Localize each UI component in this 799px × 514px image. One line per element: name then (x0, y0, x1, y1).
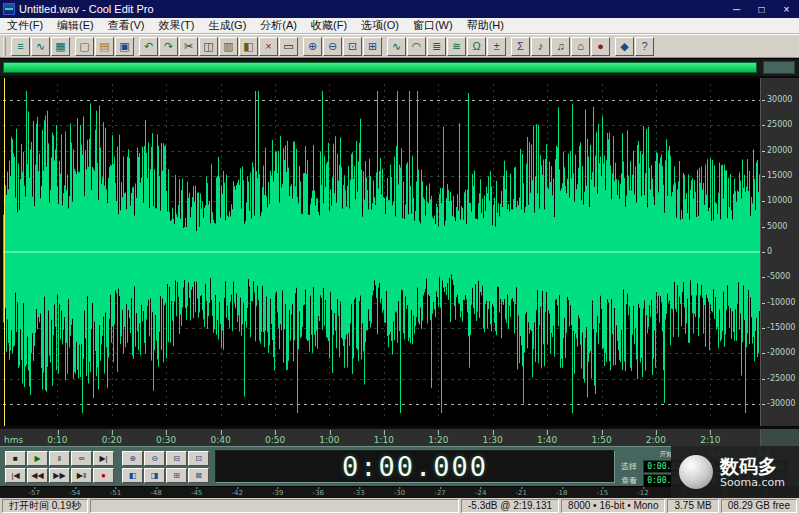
menu-item[interactable]: 收藏(F) (304, 17, 354, 34)
overview-corner (763, 61, 795, 74)
stop-button[interactable]: ■ (5, 451, 26, 466)
menu-item[interactable]: 编辑(E) (50, 17, 101, 34)
zoom-full-button[interactable]: ⊞ (363, 37, 382, 56)
menu-item[interactable]: 生成(G) (201, 17, 253, 34)
menu-item[interactable]: 文件(F) (0, 17, 50, 34)
trim-button[interactable]: ▭ (279, 37, 298, 56)
amplitude-label: 30000 (761, 96, 792, 104)
zoom-left-edge-button[interactable]: ◧ (122, 468, 143, 483)
amplify-effect-button[interactable]: ∿ (387, 37, 406, 56)
multitrack-view-button[interactable]: ≡ (11, 37, 30, 56)
waveform-area: 300002500020000150001000050000-5000-1000… (0, 76, 799, 428)
tools-group: Σ♪♫⌂● (511, 37, 610, 56)
copy-button[interactable]: ◫ (199, 37, 218, 56)
record-meter-button[interactable]: ● (591, 37, 610, 56)
paste-button[interactable]: ▥ (219, 37, 238, 56)
maximize-button[interactable]: □ (749, 0, 774, 18)
cue-list-button[interactable]: ♪ (531, 37, 550, 56)
go-to-beginning-button[interactable]: |◀ (5, 468, 26, 483)
level-meter-label: -48 (150, 490, 161, 497)
settings-button[interactable]: ◆ (615, 37, 634, 56)
spectral-view-button[interactable]: ▦ (51, 37, 70, 56)
status-spacer (90, 499, 459, 513)
menu-item[interactable]: 帮助(H) (460, 17, 511, 34)
menu-item[interactable]: 查看(V) (101, 17, 152, 34)
waveform-canvas[interactable] (3, 78, 760, 426)
amplitude-label: 25000 (761, 121, 792, 129)
frequency-analysis-button[interactable]: Σ (511, 37, 530, 56)
record-button[interactable]: ● (93, 468, 114, 483)
toolbar-drag-handle[interactable] (3, 37, 6, 56)
zoom-full-button[interactable]: ⊟ (166, 451, 187, 466)
zoom-out-horizontal-button[interactable]: ⊖ (323, 37, 342, 56)
waveform-view-button[interactable]: ∿ (31, 37, 50, 56)
open-file-button[interactable]: ▤ (95, 37, 114, 56)
play-list-button[interactable]: ♫ (551, 37, 570, 56)
cut-button[interactable]: ✂ (179, 37, 198, 56)
close-button[interactable]: × (774, 0, 799, 18)
overview-progress-bar[interactable] (3, 62, 757, 73)
overview-strip (0, 58, 799, 76)
view-group: ≡∿▦ (11, 37, 70, 56)
amplitude-label: 5000 (761, 223, 787, 231)
app-icon (3, 3, 15, 15)
zoom-selection-button[interactable]: ⊡ (188, 451, 209, 466)
options-group: ◆? (615, 37, 654, 56)
play-looped-button[interactable]: ∞ (71, 451, 92, 466)
amplitude-ruler[interactable]: 300002500020000150001000050000-5000-1000… (760, 78, 799, 426)
time-ruler-label: 0:30 (156, 436, 176, 445)
delete-selection-button[interactable]: × (259, 37, 278, 56)
menu-item[interactable]: 效果(T) (151, 17, 201, 34)
amplitude-label: 10000 (761, 197, 792, 205)
zoom-right-edge-button[interactable]: ◨ (144, 468, 165, 483)
selection-row-label: 选择 (621, 461, 641, 472)
undo-button[interactable]: ↶ (139, 37, 158, 56)
level-meter-label: -30 (394, 490, 405, 497)
watermark: 数码多 Sooma.com (671, 446, 799, 498)
help-button[interactable]: ? (635, 37, 654, 56)
time-ruler-label: 1:00 (319, 436, 339, 445)
go-to-end-button[interactable]: ▶‖ (71, 468, 92, 483)
time-ruler-corner (760, 429, 799, 447)
amplitude-label: -10000 (761, 299, 795, 307)
minimize-button[interactable]: ─ (724, 0, 749, 18)
zoom-vertical-in-button[interactable]: ⊞ (166, 468, 187, 483)
reverb-effect-button[interactable]: ≋ (447, 37, 466, 56)
redo-button[interactable]: ↷ (159, 37, 178, 56)
zoom-to-selection-button[interactable]: ⊡ (343, 37, 362, 56)
script-tool-button[interactable]: ⌂ (571, 37, 590, 56)
new-file-button[interactable]: ▢ (75, 37, 94, 56)
level-meter-label: -27 (434, 490, 445, 497)
rewind-button[interactable]: ◀◀ (27, 468, 48, 483)
file-group: ▢▤▣ (75, 37, 134, 56)
stretch-effect-button[interactable]: ± (487, 37, 506, 56)
save-file-button[interactable]: ▣ (115, 37, 134, 56)
window-controls: ─ □ × (724, 0, 799, 18)
zoom-toolbar-group: ⊕⊖⊡⊞ (303, 37, 382, 56)
play-to-end-button[interactable]: ▶| (93, 451, 114, 466)
time-display[interactable]: 0:00.000 (215, 450, 615, 483)
mix-paste-button[interactable]: ◧ (239, 37, 258, 56)
transport-controls: ■▶‖∞▶||◀◀◀▶▶▶‖● (5, 451, 114, 485)
level-meter-label: -18 (556, 490, 567, 497)
time-ruler-label: 0:10 (47, 436, 67, 445)
amplitude-label: -20000 (761, 349, 795, 357)
time-ruler[interactable]: hms 0:100:200:300:400:501:001:101:201:30… (0, 428, 799, 446)
zoom-in-button[interactable]: ⊕ (122, 451, 143, 466)
pause-button[interactable]: ‖ (49, 451, 70, 466)
time-ruler-label: 1:30 (483, 436, 503, 445)
play-button[interactable]: ▶ (27, 451, 48, 466)
menu-item[interactable]: 窗口(W) (406, 17, 460, 34)
time-ruler-label: 1:10 (374, 436, 394, 445)
equalizer-effect-button[interactable]: ≣ (427, 37, 446, 56)
level-meter-label: -45 (191, 490, 202, 497)
noise-reduction-effect-button[interactable]: Ω (467, 37, 486, 56)
envelope-effect-button[interactable]: ◠ (407, 37, 426, 56)
zoom-in-horizontal-button[interactable]: ⊕ (303, 37, 322, 56)
zoom-vertical-out-button[interactable]: ⊠ (188, 468, 209, 483)
level-meter-label: -42 (231, 490, 242, 497)
menu-item[interactable]: 分析(A) (253, 17, 304, 34)
menu-item[interactable]: 选项(O) (354, 17, 406, 34)
fast-forward-button[interactable]: ▶▶ (49, 468, 70, 483)
zoom-out-button[interactable]: ⊖ (144, 451, 165, 466)
